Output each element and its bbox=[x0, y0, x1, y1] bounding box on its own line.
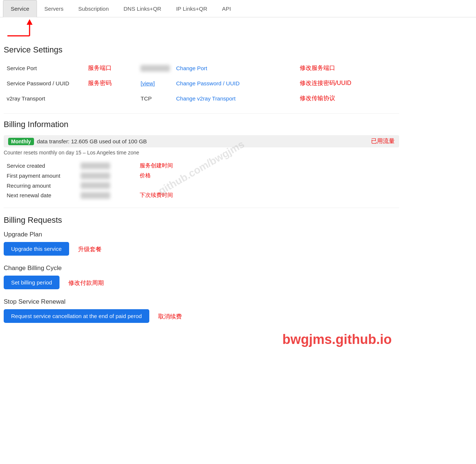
next-renewal-label: Next renewal date bbox=[4, 190, 78, 200]
service-created-value bbox=[78, 161, 137, 171]
recurring-annotation bbox=[137, 181, 176, 190]
data-transfer-text: data transfer: 12.605 GB used out of 100… bbox=[37, 138, 368, 144]
upgrade-annotation: 升级套餐 bbox=[78, 246, 102, 253]
change-transport-link[interactable]: Change v2ray Transport bbox=[176, 95, 235, 102]
upgrade-plan-section: Upgrade Plan Upgrade this service 升级套餐 bbox=[4, 231, 399, 256]
tab-api[interactable]: API bbox=[215, 0, 238, 17]
tab-ip-links-qr[interactable]: IP Links+QR bbox=[169, 0, 214, 17]
svg-marker-1 bbox=[27, 19, 33, 25]
first-payment-label: First payment amount bbox=[4, 171, 78, 181]
tab-servers[interactable]: Servers bbox=[37, 0, 71, 17]
service-password-label: Service Password / UUID bbox=[4, 76, 85, 91]
upgrade-plan-subtitle: Upgrade Plan bbox=[4, 231, 399, 238]
view-password-link[interactable]: [view] bbox=[140, 80, 154, 86]
change-password-link[interactable]: Change Password / UUID bbox=[176, 80, 239, 86]
service-created-label: Service created bbox=[4, 161, 78, 171]
service-created-annotation: 服务创建时间 bbox=[137, 161, 176, 171]
stop-renewal-section: Stop Service Renewal Request service can… bbox=[4, 298, 399, 323]
billing-cycle-annotation: 修改付款周期 bbox=[68, 279, 104, 287]
billing-details-table: Service created 服务创建时间 First payment amo… bbox=[4, 161, 176, 200]
service-port-label: Service Port bbox=[4, 61, 85, 76]
first-payment-annotation: 价格 bbox=[137, 171, 176, 181]
table-row: First payment amount 价格 bbox=[4, 171, 176, 181]
service-password-annotation: 服务密码 bbox=[85, 76, 137, 91]
tab-dns-links-qr[interactable]: DNS Links+QR bbox=[116, 0, 169, 17]
data-usage-area: github.com/bwgjms Monthly data transfer:… bbox=[4, 135, 399, 200]
service-port-annotation: 服务端口 bbox=[85, 61, 137, 76]
data-annotation: 已用流量 bbox=[371, 137, 395, 145]
table-row: Service Port 服务端口 Change Port 修改服务端口 bbox=[4, 61, 399, 76]
arrow-annotation-area bbox=[0, 17, 476, 38]
table-row: v2ray Transport TCP Change v2ray Transpo… bbox=[4, 91, 399, 106]
billing-cycle-section: Change Billing Cycle Set billing period … bbox=[4, 265, 399, 289]
next-renewal-annotation: 下次续费时间 bbox=[137, 190, 176, 200]
set-billing-period-button[interactable]: Set billing period bbox=[4, 276, 59, 289]
table-row: Next renewal date 下次续费时间 bbox=[4, 190, 176, 200]
table-row: Service created 服务创建时间 bbox=[4, 161, 176, 171]
stop-renewal-subtitle: Stop Service Renewal bbox=[4, 298, 399, 306]
change-password-action[interactable]: Change Password / UUID bbox=[173, 76, 296, 91]
blurred-renewal bbox=[81, 192, 110, 199]
blurred-date bbox=[81, 163, 110, 169]
blurred-value bbox=[140, 65, 170, 72]
blurred-amount bbox=[81, 173, 110, 179]
upgrade-service-button[interactable]: Upgrade this service bbox=[4, 242, 69, 256]
red-arrow-icon bbox=[0, 17, 67, 38]
billing-cycle-subtitle: Change Billing Cycle bbox=[4, 265, 399, 272]
v2ray-annotation bbox=[85, 91, 137, 106]
billing-info-title: Billing Information bbox=[4, 120, 399, 129]
service-port-value bbox=[137, 61, 173, 76]
service-settings-title: Service Settings bbox=[4, 45, 399, 55]
recurring-amount-label: Recurring amount bbox=[4, 181, 78, 190]
data-bar: Monthly data transfer: 12.605 GB used ou… bbox=[4, 135, 399, 147]
table-row: Service Password / UUID 服务密码 [view] Chan… bbox=[4, 76, 399, 91]
tab-subscription[interactable]: Subscription bbox=[71, 0, 116, 17]
counter-reset-text: Counter resets monthly on day 15 – Los A… bbox=[4, 150, 399, 156]
bottom-watermark: bwgjms.github.io bbox=[4, 332, 399, 347]
service-settings-table: Service Port 服务端口 Change Port 修改服务端口 Ser… bbox=[4, 61, 399, 106]
v2ray-transport-label: v2ray Transport bbox=[4, 91, 85, 106]
divider-2 bbox=[4, 208, 399, 208]
table-row: Recurring amount bbox=[4, 181, 176, 190]
recurring-amount-value bbox=[78, 181, 137, 190]
change-port-annotation: 修改服务端口 bbox=[297, 61, 399, 76]
tab-service[interactable]: Service bbox=[3, 0, 37, 17]
divider bbox=[4, 113, 399, 114]
service-password-value[interactable]: [view] bbox=[137, 76, 173, 91]
billing-requests-section: Billing Requests Upgrade Plan Upgrade th… bbox=[4, 215, 399, 323]
change-port-action[interactable]: Change Port bbox=[173, 61, 296, 76]
nav-tabs: Service Servers Subscription DNS Links+Q… bbox=[0, 0, 476, 17]
blurred-recurring bbox=[81, 182, 110, 189]
change-transport-action[interactable]: Change v2ray Transport bbox=[173, 91, 296, 106]
next-renewal-value bbox=[78, 190, 137, 200]
stop-renewal-annotation: 取消续费 bbox=[158, 313, 182, 321]
main-content: Service Settings Service Port 服务端口 Chang… bbox=[0, 38, 407, 358]
monthly-badge: Monthly bbox=[8, 138, 34, 145]
change-password-annotation: 修改连接密码/UUID bbox=[297, 76, 399, 91]
change-port-link[interactable]: Change Port bbox=[176, 65, 207, 71]
v2ray-value: TCP bbox=[137, 91, 173, 106]
cancel-service-button[interactable]: Request service cancellation at the end … bbox=[4, 309, 149, 323]
change-transport-annotation: 修改传输协议 bbox=[297, 91, 399, 106]
first-payment-value bbox=[78, 171, 137, 181]
billing-requests-title: Billing Requests bbox=[4, 215, 399, 225]
